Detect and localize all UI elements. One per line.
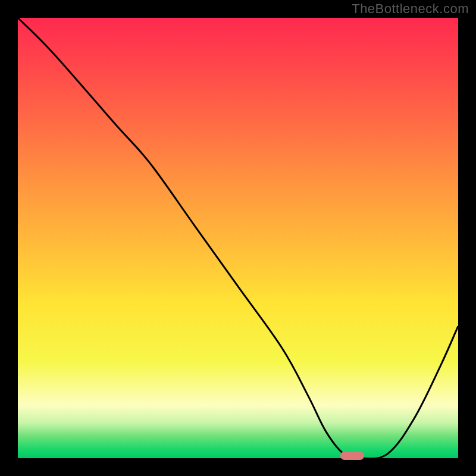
chart-marker xyxy=(340,452,364,460)
chart-series-curve xyxy=(18,18,458,458)
watermark-text: TheBottleneck.com xyxy=(352,1,469,17)
chart-plot-area xyxy=(18,18,458,458)
chart-curve-svg xyxy=(18,18,458,458)
